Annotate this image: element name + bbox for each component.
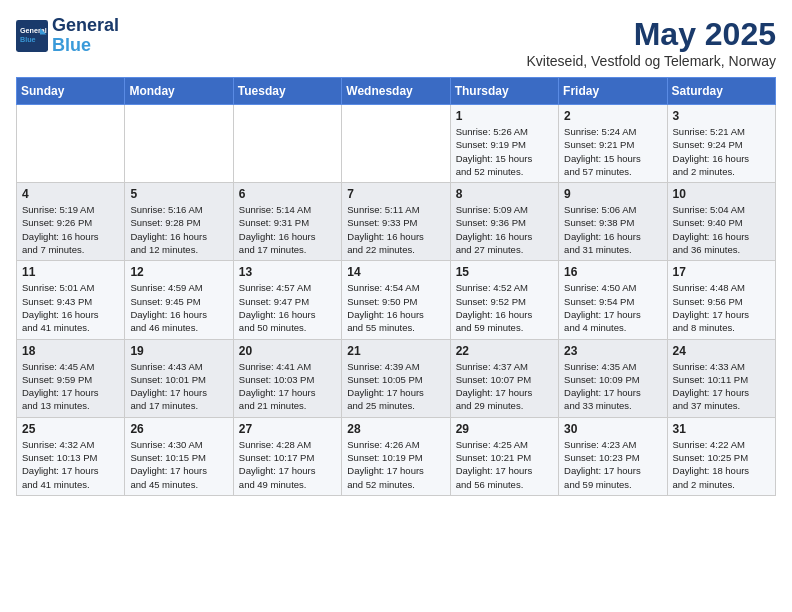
cell-content: Sunrise: 5:24 AM Sunset: 9:21 PM Dayligh… (564, 125, 661, 178)
calendar-header: SundayMondayTuesdayWednesdayThursdayFrid… (17, 78, 776, 105)
cell-content: Sunrise: 4:41 AM Sunset: 10:03 PM Daylig… (239, 360, 336, 413)
cell-content: Sunrise: 4:37 AM Sunset: 10:07 PM Daylig… (456, 360, 553, 413)
cell-content: Sunrise: 4:30 AM Sunset: 10:15 PM Daylig… (130, 438, 227, 491)
calendar-cell: 3Sunrise: 5:21 AM Sunset: 9:24 PM Daylig… (667, 105, 775, 183)
cell-content: Sunrise: 4:48 AM Sunset: 9:56 PM Dayligh… (673, 281, 770, 334)
header-thursday: Thursday (450, 78, 558, 105)
cell-content: Sunrise: 5:01 AM Sunset: 9:43 PM Dayligh… (22, 281, 119, 334)
month-title: May 2025 (526, 16, 776, 53)
day-number: 10 (673, 187, 770, 201)
location-title: Kviteseid, Vestfold og Telemark, Norway (526, 53, 776, 69)
cell-content: Sunrise: 5:19 AM Sunset: 9:26 PM Dayligh… (22, 203, 119, 256)
header-row: SundayMondayTuesdayWednesdayThursdayFrid… (17, 78, 776, 105)
calendar-cell: 27Sunrise: 4:28 AM Sunset: 10:17 PM Dayl… (233, 417, 341, 495)
day-number: 2 (564, 109, 661, 123)
calendar-body: 1Sunrise: 5:26 AM Sunset: 9:19 PM Daylig… (17, 105, 776, 496)
calendar-cell: 21Sunrise: 4:39 AM Sunset: 10:05 PM Dayl… (342, 339, 450, 417)
calendar-cell (233, 105, 341, 183)
calendar-cell: 18Sunrise: 4:45 AM Sunset: 9:59 PM Dayli… (17, 339, 125, 417)
page-header: General Blue General Blue May 2025 Kvite… (16, 16, 776, 69)
cell-content: Sunrise: 4:45 AM Sunset: 9:59 PM Dayligh… (22, 360, 119, 413)
calendar-cell: 30Sunrise: 4:23 AM Sunset: 10:23 PM Dayl… (559, 417, 667, 495)
week-row-4: 18Sunrise: 4:45 AM Sunset: 9:59 PM Dayli… (17, 339, 776, 417)
day-number: 4 (22, 187, 119, 201)
week-row-3: 11Sunrise: 5:01 AM Sunset: 9:43 PM Dayli… (17, 261, 776, 339)
calendar-cell: 31Sunrise: 4:22 AM Sunset: 10:25 PM Dayl… (667, 417, 775, 495)
cell-content: Sunrise: 5:16 AM Sunset: 9:28 PM Dayligh… (130, 203, 227, 256)
day-number: 25 (22, 422, 119, 436)
calendar-cell: 5Sunrise: 5:16 AM Sunset: 9:28 PM Daylig… (125, 183, 233, 261)
day-number: 16 (564, 265, 661, 279)
day-number: 11 (22, 265, 119, 279)
calendar-cell: 16Sunrise: 4:50 AM Sunset: 9:54 PM Dayli… (559, 261, 667, 339)
day-number: 28 (347, 422, 444, 436)
day-number: 8 (456, 187, 553, 201)
day-number: 13 (239, 265, 336, 279)
cell-content: Sunrise: 5:04 AM Sunset: 9:40 PM Dayligh… (673, 203, 770, 256)
day-number: 18 (22, 344, 119, 358)
calendar-cell: 1Sunrise: 5:26 AM Sunset: 9:19 PM Daylig… (450, 105, 558, 183)
day-number: 12 (130, 265, 227, 279)
cell-content: Sunrise: 4:25 AM Sunset: 10:21 PM Daylig… (456, 438, 553, 491)
calendar-cell: 22Sunrise: 4:37 AM Sunset: 10:07 PM Dayl… (450, 339, 558, 417)
cell-content: Sunrise: 5:14 AM Sunset: 9:31 PM Dayligh… (239, 203, 336, 256)
cell-content: Sunrise: 4:22 AM Sunset: 10:25 PM Daylig… (673, 438, 770, 491)
day-number: 14 (347, 265, 444, 279)
calendar: SundayMondayTuesdayWednesdayThursdayFrid… (16, 77, 776, 496)
cell-content: Sunrise: 4:39 AM Sunset: 10:05 PM Daylig… (347, 360, 444, 413)
calendar-cell: 24Sunrise: 4:33 AM Sunset: 10:11 PM Dayl… (667, 339, 775, 417)
header-saturday: Saturday (667, 78, 775, 105)
header-friday: Friday (559, 78, 667, 105)
calendar-cell (342, 105, 450, 183)
calendar-cell: 28Sunrise: 4:26 AM Sunset: 10:19 PM Dayl… (342, 417, 450, 495)
calendar-cell: 15Sunrise: 4:52 AM Sunset: 9:52 PM Dayli… (450, 261, 558, 339)
day-number: 20 (239, 344, 336, 358)
day-number: 1 (456, 109, 553, 123)
cell-content: Sunrise: 4:50 AM Sunset: 9:54 PM Dayligh… (564, 281, 661, 334)
calendar-cell: 17Sunrise: 4:48 AM Sunset: 9:56 PM Dayli… (667, 261, 775, 339)
cell-content: Sunrise: 4:35 AM Sunset: 10:09 PM Daylig… (564, 360, 661, 413)
cell-content: Sunrise: 4:59 AM Sunset: 9:45 PM Dayligh… (130, 281, 227, 334)
cell-content: Sunrise: 4:26 AM Sunset: 10:19 PM Daylig… (347, 438, 444, 491)
calendar-cell: 8Sunrise: 5:09 AM Sunset: 9:36 PM Daylig… (450, 183, 558, 261)
day-number: 15 (456, 265, 553, 279)
day-number: 24 (673, 344, 770, 358)
header-monday: Monday (125, 78, 233, 105)
day-number: 31 (673, 422, 770, 436)
day-number: 27 (239, 422, 336, 436)
calendar-cell: 20Sunrise: 4:41 AM Sunset: 10:03 PM Dayl… (233, 339, 341, 417)
calendar-cell: 12Sunrise: 4:59 AM Sunset: 9:45 PM Dayli… (125, 261, 233, 339)
calendar-cell: 6Sunrise: 5:14 AM Sunset: 9:31 PM Daylig… (233, 183, 341, 261)
day-number: 3 (673, 109, 770, 123)
cell-content: Sunrise: 5:09 AM Sunset: 9:36 PM Dayligh… (456, 203, 553, 256)
day-number: 30 (564, 422, 661, 436)
day-number: 26 (130, 422, 227, 436)
day-number: 9 (564, 187, 661, 201)
calendar-cell: 26Sunrise: 4:30 AM Sunset: 10:15 PM Dayl… (125, 417, 233, 495)
day-number: 21 (347, 344, 444, 358)
logo-text: General Blue (52, 16, 119, 56)
calendar-cell: 2Sunrise: 5:24 AM Sunset: 9:21 PM Daylig… (559, 105, 667, 183)
cell-content: Sunrise: 5:06 AM Sunset: 9:38 PM Dayligh… (564, 203, 661, 256)
day-number: 19 (130, 344, 227, 358)
cell-content: Sunrise: 4:23 AM Sunset: 10:23 PM Daylig… (564, 438, 661, 491)
day-number: 29 (456, 422, 553, 436)
week-row-1: 1Sunrise: 5:26 AM Sunset: 9:19 PM Daylig… (17, 105, 776, 183)
day-number: 22 (456, 344, 553, 358)
day-number: 23 (564, 344, 661, 358)
cell-content: Sunrise: 5:11 AM Sunset: 9:33 PM Dayligh… (347, 203, 444, 256)
cell-content: Sunrise: 4:54 AM Sunset: 9:50 PM Dayligh… (347, 281, 444, 334)
cell-content: Sunrise: 5:21 AM Sunset: 9:24 PM Dayligh… (673, 125, 770, 178)
calendar-cell: 19Sunrise: 4:43 AM Sunset: 10:01 PM Dayl… (125, 339, 233, 417)
calendar-cell: 29Sunrise: 4:25 AM Sunset: 10:21 PM Dayl… (450, 417, 558, 495)
cell-content: Sunrise: 4:57 AM Sunset: 9:47 PM Dayligh… (239, 281, 336, 334)
calendar-cell: 14Sunrise: 4:54 AM Sunset: 9:50 PM Dayli… (342, 261, 450, 339)
calendar-cell (125, 105, 233, 183)
cell-content: Sunrise: 4:52 AM Sunset: 9:52 PM Dayligh… (456, 281, 553, 334)
calendar-cell: 23Sunrise: 4:35 AM Sunset: 10:09 PM Dayl… (559, 339, 667, 417)
cell-content: Sunrise: 4:33 AM Sunset: 10:11 PM Daylig… (673, 360, 770, 413)
calendar-cell: 25Sunrise: 4:32 AM Sunset: 10:13 PM Dayl… (17, 417, 125, 495)
header-sunday: Sunday (17, 78, 125, 105)
header-tuesday: Tuesday (233, 78, 341, 105)
cell-content: Sunrise: 4:28 AM Sunset: 10:17 PM Daylig… (239, 438, 336, 491)
